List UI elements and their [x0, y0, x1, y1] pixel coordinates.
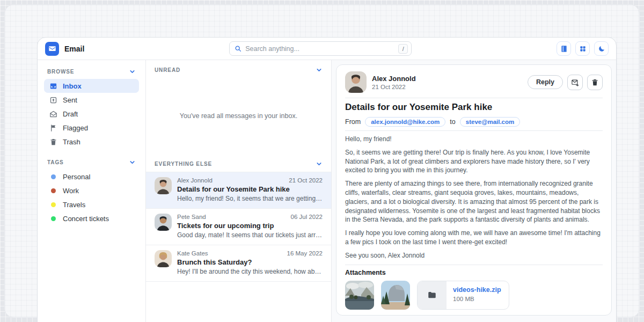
reply-button[interactable]: Reply	[528, 75, 563, 89]
email-list-item-1[interactable]: Alex Jonnold 21 Oct 2022 Details for our…	[146, 172, 331, 208]
trash-icon	[49, 138, 57, 146]
email-logo-icon	[45, 42, 59, 56]
tag-label: Work	[63, 187, 79, 195]
email-detail-card: Alex Jonnold 21 Oct 2022 Reply	[336, 64, 612, 316]
folder-icon	[418, 281, 447, 309]
browse-label: BROWSE	[47, 69, 74, 75]
avatar	[345, 71, 367, 93]
detail-actions: Reply	[528, 75, 603, 90]
tag-label: Personal	[63, 173, 90, 181]
sidebar: BROWSE Inbox	[38, 60, 146, 322]
email-list-item-3[interactable]: Kate Gates 16 May 2022 Brunch this Satur…	[146, 245, 331, 282]
sidebar-item-label: Trash	[63, 138, 80, 146]
email-date: 06 Jul 2022	[291, 214, 323, 220]
unread-section-header: UNREAD	[146, 60, 331, 78]
sidebar-item-flagged[interactable]: Flagged	[44, 121, 139, 135]
email-date: 16 May 2022	[287, 250, 323, 257]
from-label: From	[345, 118, 361, 126]
search-input[interactable]	[245, 45, 394, 53]
email-snippet: Hello, my friend! So, it seems that we a…	[177, 195, 323, 202]
tag-item-personal[interactable]: Personal	[44, 170, 139, 184]
tag-item-work[interactable]: Work	[44, 184, 139, 197]
email-sender: Kate Gates	[177, 250, 283, 257]
tag-label: Travels	[63, 201, 85, 209]
attachment-photo-2[interactable]	[381, 281, 410, 310]
draft-envelope-icon	[49, 110, 57, 118]
app-body: BROWSE Inbox	[38, 60, 616, 322]
tag-item-concert-tickets[interactable]: Concert tickets	[44, 211, 139, 225]
tag-dot-travels	[51, 202, 56, 207]
detail-sender-block: Alex Jonnold 21 Oct 2022	[372, 75, 416, 90]
tag-label: Concert tickets	[63, 215, 109, 223]
body-paragraph: See you soon, Alex Jonnold	[345, 251, 603, 260]
sidebar-item-label: Flagged	[63, 124, 88, 132]
file-size: 100 MB	[453, 296, 501, 302]
from-email-chip[interactable]: alex.jonnold@hike.com	[365, 117, 445, 127]
attachments-label: Attachments	[345, 269, 603, 276]
body-paragraph: There are plenty of amazing things to se…	[345, 179, 603, 224]
email-date: 21 Oct 2022	[289, 177, 323, 184]
email-subject: Tickets for our upcoming trip	[177, 222, 323, 230]
tag-dot-work	[51, 188, 56, 193]
detail-subject: Details for our Yosemite Park hike	[345, 102, 603, 113]
tag-dot-personal	[51, 174, 56, 179]
attachments-row: videos-hike.zip 100 MB	[345, 281, 603, 310]
apps-grid-icon	[579, 45, 587, 53]
divider	[345, 130, 603, 131]
email-item-content: Kate Gates 16 May 2022 Brunch this Satur…	[177, 250, 323, 275]
email-detail-pane: Alex Jonnold 21 Oct 2022 Reply	[332, 60, 616, 322]
forward-mail-button[interactable]	[567, 75, 583, 90]
sidebar-item-inbox[interactable]: Inbox	[44, 79, 139, 93]
file-name: videos-hike.zip	[453, 286, 501, 294]
tags-section-header: TAGS	[44, 156, 139, 168]
inbox-icon	[49, 82, 57, 90]
avatar	[155, 214, 172, 231]
apps-grid-button[interactable]	[575, 41, 590, 56]
email-body: Hello, my friend! So, it seems we are ge…	[345, 135, 603, 260]
send-icon	[49, 96, 57, 104]
email-app-window: Email /	[37, 37, 617, 322]
chevron-down-icon[interactable]	[316, 160, 323, 167]
from-to-row: From alex.jonnold@hike.com to steve@mail…	[345, 117, 603, 127]
unread-empty-message: You've read all messages in your inbox.	[146, 78, 331, 154]
to-email-chip[interactable]: steve@mail.com	[460, 117, 520, 127]
detail-date: 21 Oct 2022	[372, 84, 416, 90]
file-info: videos-hike.zip 100 MB	[447, 281, 509, 309]
email-item-content: Pete Sand 06 Jul 2022 Tickets for our up…	[177, 214, 323, 239]
email-snippet: Good day, mate! It seems that our ticket…	[177, 231, 323, 239]
email-sender: Pete Sand	[177, 214, 287, 220]
message-list-column: UNREAD You've read all messages in your …	[146, 60, 332, 322]
sidebar-item-trash[interactable]: Trash	[44, 135, 139, 149]
app-header: Email /	[38, 38, 616, 60]
sidebar-item-label: Inbox	[63, 82, 82, 90]
tag-dot-concert-tickets	[51, 216, 56, 221]
body-paragraph: So, it seems we are getting there! Our t…	[345, 148, 603, 175]
dark-mode-toggle[interactable]	[594, 41, 609, 56]
tag-item-travels[interactable]: Travels	[44, 197, 139, 211]
chevron-down-icon[interactable]	[129, 159, 136, 166]
chevron-down-icon[interactable]	[316, 67, 323, 74]
email-list-item-2[interactable]: Pete Sand 06 Jul 2022 Tickets for our up…	[146, 208, 331, 245]
search-box[interactable]: /	[229, 41, 412, 56]
moon-icon	[598, 45, 605, 53]
avatar	[155, 177, 172, 194]
header-actions	[557, 41, 609, 56]
page-background: Email /	[0, 0, 644, 322]
sidebar-item-sent[interactable]: Sent	[44, 93, 139, 107]
chevron-down-icon[interactable]	[129, 68, 136, 75]
search-icon	[235, 45, 241, 52]
trash-icon	[591, 78, 599, 86]
body-paragraph: Hello, my friend!	[345, 135, 603, 144]
tags-label: TAGS	[47, 159, 64, 165]
delete-button[interactable]	[587, 75, 603, 90]
divider	[345, 98, 603, 98]
sidebar-item-draft[interactable]: Draft	[44, 107, 139, 121]
email-subject: Brunch this Saturday?	[177, 258, 323, 266]
attachment-photo-1[interactable]	[345, 281, 374, 310]
flag-icon	[49, 124, 57, 132]
attachment-file-card[interactable]: videos-hike.zip 100 MB	[417, 281, 509, 310]
mail-forward-icon	[571, 78, 579, 86]
detail-header: Alex Jonnold 21 Oct 2022 Reply	[345, 70, 603, 94]
book-button[interactable]	[557, 41, 571, 56]
to-label: to	[450, 118, 455, 126]
